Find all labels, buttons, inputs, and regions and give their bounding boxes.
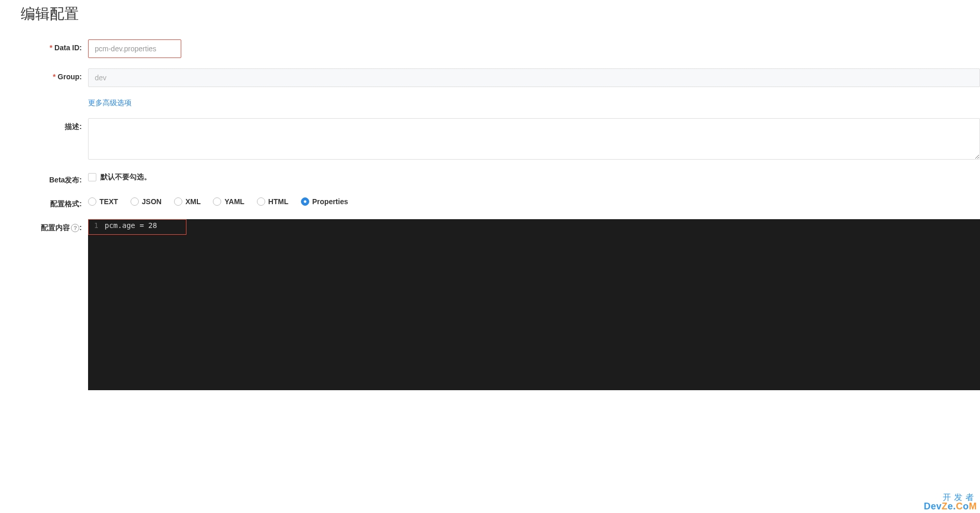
required-mark: *: [50, 44, 52, 52]
radio-label-json: JSON: [142, 197, 162, 206]
radio-circle-json: [131, 197, 139, 206]
row-beta: Beta发布: 默认不要勾选。: [21, 172, 980, 185]
row-content: 配置内容?: 1 pcm.age = 28: [21, 219, 980, 390]
radio-label-html: HTML: [268, 197, 289, 206]
radio-json[interactable]: JSON: [131, 197, 162, 206]
radio-html[interactable]: HTML: [257, 197, 289, 206]
radio-xml[interactable]: XML: [174, 197, 201, 206]
radio-properties[interactable]: Properties: [301, 197, 348, 206]
line-number: 1: [88, 221, 103, 230]
row-data-id: *Data ID:: [21, 39, 980, 58]
radio-circle-text: [88, 197, 96, 206]
code-editor[interactable]: 1 pcm.age = 28: [88, 219, 980, 390]
label-format: 配置格式:: [21, 195, 88, 209]
row-description: 描述:: [21, 118, 980, 161]
radio-label-properties: Properties: [312, 197, 348, 206]
label-text-group: Group:: [57, 73, 82, 81]
row-group: *Group:: [21, 68, 980, 87]
label-data-id: *Data ID:: [21, 39, 88, 52]
label-text-data-id: Data ID:: [54, 44, 82, 52]
code-line-1: 1 pcm.age = 28: [88, 219, 980, 232]
radio-label-yaml: YAML: [224, 197, 244, 206]
label-group: *Group:: [21, 68, 88, 81]
radio-circle-properties: [301, 197, 309, 206]
data-id-input[interactable]: [88, 39, 181, 58]
help-icon[interactable]: ?: [71, 224, 79, 232]
content-label-text: 配置内容: [41, 223, 70, 232]
content-colon: :: [79, 223, 82, 232]
required-mark: *: [53, 73, 55, 81]
group-input[interactable]: [88, 68, 980, 87]
radio-label-xml: XML: [185, 197, 201, 206]
radio-circle-yaml: [213, 197, 221, 206]
radio-circle-html: [257, 197, 265, 206]
description-input[interactable]: [88, 118, 980, 160]
radio-label-text: TEXT: [99, 197, 118, 206]
label-description: 描述:: [21, 118, 88, 132]
page-title: 编辑配置: [21, 0, 980, 24]
format-radio-group: TEXT JSON XML YAML HTML: [88, 195, 980, 206]
row-more-options: 更多高级选项: [21, 97, 980, 108]
label-content: 配置内容?:: [21, 219, 88, 233]
beta-checkbox-label: 默认不要勾选。: [100, 173, 151, 182]
label-beta: Beta发布:: [21, 172, 88, 185]
more-options-link[interactable]: 更多高级选项: [88, 97, 132, 108]
line-content: pcm.age = 28: [103, 221, 157, 230]
radio-yaml[interactable]: YAML: [213, 197, 244, 206]
row-format: 配置格式: TEXT JSON XML YAML: [21, 195, 980, 209]
beta-checkbox[interactable]: [88, 173, 96, 181]
radio-text[interactable]: TEXT: [88, 197, 118, 206]
radio-circle-xml: [174, 197, 182, 206]
